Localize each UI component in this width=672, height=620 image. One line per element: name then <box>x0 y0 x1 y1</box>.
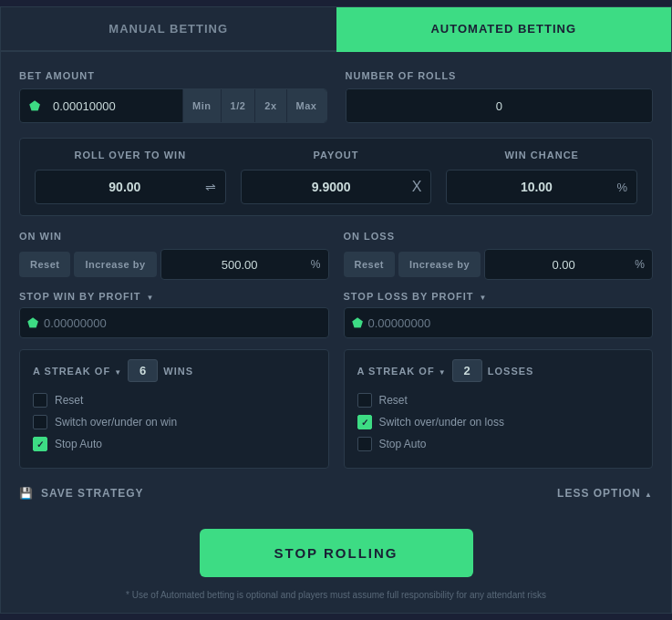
streak-losses-option-1[interactable]: Switch over/under on loss <box>357 415 640 429</box>
stop-loss-label: STOP LOSS BY PROFIT <box>344 291 474 302</box>
streak-wins-option-label-1: Switch over/under on win <box>55 416 177 429</box>
on-win-value-wrap: 500.00 % <box>160 249 329 280</box>
streak-losses-checkbox-2[interactable] <box>357 437 372 451</box>
streak-wins-checkbox-1[interactable] <box>33 415 47 429</box>
bet-rolls-row: BET AMOUNT ⬟ 0.00010000 Min 1/2 2x Max N… <box>19 70 653 123</box>
stop-win-input-wrap: ⬟ 0.00000000 <box>19 307 329 338</box>
streak-losses-checkbox-1[interactable] <box>357 415 372 429</box>
on-win-controls: Reset Increase by 500.00 % <box>19 249 329 280</box>
on-loss-reset-button[interactable]: Reset <box>344 252 395 277</box>
stop-win-label: STOP WIN BY PROFIT <box>19 291 141 302</box>
win-chance-percent: % <box>616 181 627 194</box>
stop-loss-block: STOP LOSS BY PROFIT ⬟ 0.00000000 <box>344 291 654 338</box>
bet-amount-section: BET AMOUNT ⬟ 0.00010000 Min 1/2 2x Max <box>19 70 327 123</box>
streak-losses-header: A STREAK OF 2 LOSSES <box>357 359 640 382</box>
roll-payout-section: ROLL OVER TO WIN 90.00 ⇌ PAYOUT 9.9000 X… <box>19 138 653 216</box>
on-loss-value-wrap: 0.00 % <box>484 249 653 280</box>
swap-icon[interactable]: ⇌ <box>205 180 216 194</box>
stop-loss-input-wrap: ⬟ 0.00000000 <box>344 307 654 338</box>
streak-row: A STREAK OF 6 WINS Reset Switch over/und… <box>19 349 653 469</box>
streak-losses-option-label-1: Switch over/under on loss <box>379 416 504 429</box>
on-win-increase-button[interactable]: Increase by <box>74 252 156 277</box>
streak-losses-number[interactable]: 2 <box>452 359 482 382</box>
win-chance-value: 10.00 <box>456 180 616 194</box>
streak-losses-option-label-0: Reset <box>379 394 408 407</box>
streak-wins-option-0[interactable]: Reset <box>33 393 315 408</box>
streak-wins-text: A STREAK OF <box>33 366 110 377</box>
bet-amount-label: BET AMOUNT <box>19 70 327 81</box>
on-loss-increase-button[interactable]: Increase by <box>398 252 481 277</box>
payout-x-icon[interactable]: X <box>412 179 422 195</box>
main-container: MANUAL BETTING AUTOMATED BETTING BET AMO… <box>0 6 672 614</box>
streak-wins-label[interactable]: A STREAK OF <box>33 366 122 377</box>
on-win-block: ON WIN Reset Increase by 500.00 % <box>19 231 329 280</box>
streak-wins-chevron[interactable] <box>114 366 122 377</box>
stop-row: STOP WIN BY PROFIT ⬟ 0.00000000 STOP LOS… <box>19 291 653 338</box>
on-win-label: ON WIN <box>19 231 329 242</box>
streak-losses-chevron[interactable] <box>439 366 447 377</box>
bet-amount-input-group: ⬟ 0.00010000 Min 1/2 2x Max <box>19 88 327 123</box>
bet-max-button[interactable]: Max <box>286 88 326 123</box>
stop-win-chevron[interactable] <box>147 291 155 302</box>
streak-losses-option-label-2: Stop Auto <box>379 438 427 450</box>
streak-wins-block: A STREAK OF 6 WINS Reset Switch over/und… <box>19 349 329 469</box>
roll-over-value: 90.00 <box>45 180 205 194</box>
streak-wins-checkbox-0[interactable] <box>33 393 47 408</box>
bet-amount-buttons: Min 1/2 2x Max <box>182 88 326 123</box>
bet-half-button[interactable]: 1/2 <box>221 88 255 123</box>
three-roll-wrap: ROLL OVER TO WIN 90.00 ⇌ PAYOUT 9.9000 X… <box>35 150 637 204</box>
streak-wins-header: A STREAK OF 6 WINS <box>33 359 315 382</box>
on-loss-percent: % <box>635 258 645 271</box>
bet-min-button[interactable]: Min <box>182 88 220 123</box>
streak-losses-option-0[interactable]: Reset <box>357 393 640 408</box>
roll-over-label: ROLL OVER TO WIN <box>35 150 226 160</box>
tab-manual[interactable]: MANUAL BETTING <box>1 7 336 52</box>
less-option-button[interactable]: LESS OPTION <box>557 487 653 500</box>
bet-amount-value: 0.00010000 <box>49 99 182 113</box>
win-chance-label: WIN CHANCE <box>446 150 637 160</box>
on-win-value: 500.00 <box>169 258 311 272</box>
stop-loss-chevron[interactable] <box>480 291 488 302</box>
streak-wins-option-label-0: Reset <box>55 394 83 407</box>
streak-losses-label[interactable]: A STREAK OF <box>357 366 447 377</box>
streak-wins-option-1[interactable]: Switch over/under on win <box>33 415 315 429</box>
payout-label: PAYOUT <box>241 150 432 160</box>
stop-loss-value: 0.00000000 <box>368 316 646 330</box>
number-of-rolls-section: NUMBER OF ROLLS <box>346 70 654 123</box>
win-chance-input: 10.00 % <box>446 170 637 204</box>
less-option-label: LESS OPTION <box>557 487 641 500</box>
on-loss-controls: Reset Increase by 0.00 % <box>344 249 654 280</box>
number-of-rolls-input[interactable] <box>346 88 653 123</box>
win-chance-col: WIN CHANCE 10.00 % <box>439 150 637 204</box>
roll-over-input: 90.00 ⇌ <box>35 170 226 204</box>
on-win-reset-button[interactable]: Reset <box>19 252 70 277</box>
stop-rolling-button[interactable]: STOP ROLLING <box>200 529 473 577</box>
crypto-icon: ⬟ <box>20 98 49 113</box>
streak-losses-type: LOSSES <box>488 366 534 377</box>
payout-input: 9.9000 X <box>241 170 432 204</box>
stop-loss-coin-icon: ⬟ <box>352 315 363 330</box>
stop-win-value: 0.00000000 <box>44 316 321 330</box>
number-of-rolls-input-group <box>346 88 654 123</box>
main-content: BET AMOUNT ⬟ 0.00010000 Min 1/2 2x Max N… <box>1 52 671 520</box>
roll-over-col: ROLL OVER TO WIN 90.00 ⇌ <box>35 150 233 204</box>
streak-losses-option-2[interactable]: Stop Auto <box>357 437 640 451</box>
streak-wins-type: WINS <box>163 366 193 377</box>
win-loss-row: ON WIN Reset Increase by 500.00 % ON LOS… <box>19 231 653 280</box>
bet-double-button[interactable]: 2x <box>254 88 285 123</box>
streak-wins-number[interactable]: 6 <box>128 359 158 382</box>
streak-losses-block: A STREAK OF 2 LOSSES Reset Switch over/u… <box>344 349 654 469</box>
stop-win-coin-icon: ⬟ <box>27 315 38 330</box>
stop-win-header[interactable]: STOP WIN BY PROFIT <box>19 291 329 302</box>
on-loss-value: 0.00 <box>492 258 635 272</box>
tab-auto[interactable]: AUTOMATED BETTING <box>336 7 672 52</box>
streak-wins-checkbox-2[interactable] <box>33 437 47 451</box>
stop-loss-header[interactable]: STOP LOSS BY PROFIT <box>344 291 654 302</box>
number-of-rolls-label: NUMBER OF ROLLS <box>346 70 654 81</box>
streak-wins-option-2[interactable]: Stop Auto <box>33 437 315 451</box>
stop-rolling-wrap: STOP ROLLING <box>1 520 671 583</box>
on-loss-block: ON LOSS Reset Increase by 0.00 % <box>344 231 654 280</box>
streak-losses-checkbox-0[interactable] <box>357 393 372 408</box>
payout-col: PAYOUT 9.9000 X <box>233 150 439 204</box>
save-strategy-button[interactable]: 💾 SAVE STRATEGY <box>19 487 144 500</box>
